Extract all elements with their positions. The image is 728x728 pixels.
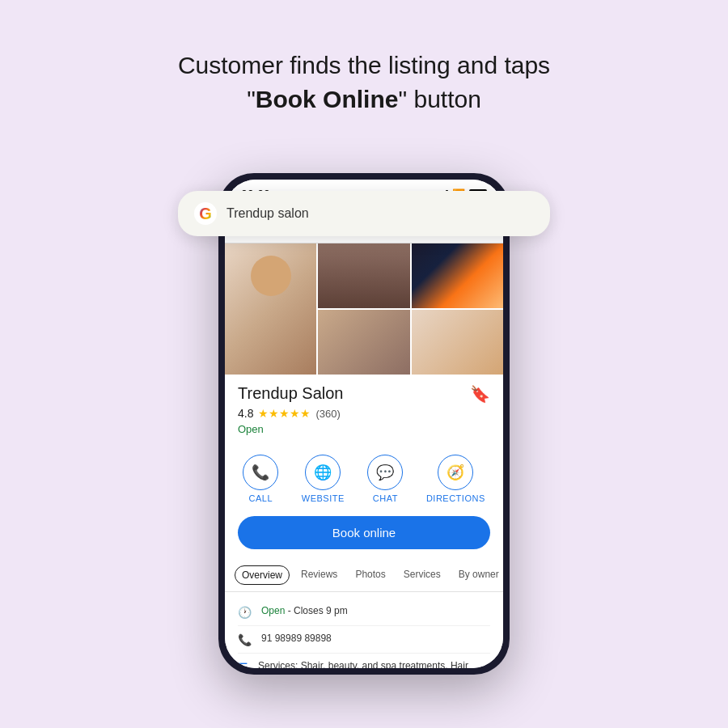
bookmark-icon[interactable]: 🔖 (470, 384, 490, 404)
photo-hair (318, 243, 409, 308)
detail-tab-reviews[interactable]: Reviews (294, 565, 344, 585)
business-listing: Trendup Salon 🔖 4.8 ★★★★★ (360) Open (225, 375, 503, 445)
phone-row: 📞 91 98989 89898 (238, 626, 490, 654)
hours-close-text: - Closes 9 pm (285, 605, 347, 616)
detail-tab-overview[interactable]: Overview (235, 565, 290, 585)
hours-text: Open - Closes 9 pm (261, 605, 348, 616)
photo-grid (225, 243, 503, 375)
open-status: Open (238, 423, 490, 435)
rating-row: 4.8 ★★★★★ (360) (238, 407, 490, 420)
phone-text: 91 98989 89898 (261, 633, 332, 644)
business-name: Trendup Salon (238, 384, 343, 403)
detail-tab-services[interactable]: Services (397, 565, 447, 585)
phone-frame: 06:00 📶 AI (218, 173, 510, 675)
headline-quote-open: " (247, 86, 256, 112)
chat-button[interactable]: 💬 CHAT (367, 455, 403, 503)
hours-row: 🕐 Open - Closes 9 pm (238, 599, 490, 626)
action-buttons-row: 📞 CALL 🌐 WEBSITE 💬 CHAT (225, 445, 503, 513)
detail-tab-photos[interactable]: Photos (349, 565, 392, 585)
headline-quote-close: " button (398, 86, 480, 112)
open-text: Open (261, 605, 285, 616)
clock-icon: 🕐 (238, 606, 252, 619)
services-description: Services: Shair, beauty, and spa treatme… (258, 660, 476, 668)
book-online-button[interactable]: Book online (238, 516, 490, 549)
detail-tab-byowner[interactable]: By owner (452, 565, 503, 585)
call-icon: 📞 (252, 463, 269, 481)
website-label: WEBSITE (302, 493, 345, 503)
detail-tabs: Overview Reviews Photos Services By owne… (225, 559, 503, 592)
website-icon: 🌐 (314, 463, 332, 481)
google-g-letter: G (199, 205, 212, 223)
website-button[interactable]: 🌐 WEBSITE (302, 455, 345, 503)
services-text: Services: Shair, beauty, and spa treatme… (258, 660, 490, 668)
call-icon-circle: 📞 (243, 455, 278, 490)
phone-number: 91 98989 89898 (261, 633, 332, 644)
directions-label: DIRECTIONS (426, 493, 485, 503)
call-label: CALL (249, 493, 273, 503)
search-query-text: Trendup salon (226, 206, 309, 221)
chat-icon-circle: 💬 (367, 455, 403, 490)
rating-number: 4.8 (238, 407, 253, 420)
review-count: (360) (315, 408, 340, 420)
photo-face2 (412, 310, 503, 375)
headline-bold: Book Online (256, 86, 399, 112)
google-logo: G (194, 202, 217, 225)
phone-mockup: G Trendup salon 06:00 📶 (194, 149, 534, 667)
directions-icon: 🧭 (447, 463, 464, 481)
services-icon: ☰ (238, 661, 248, 668)
call-button[interactable]: 📞 CALL (243, 455, 278, 503)
chat-label: CHAT (373, 493, 398, 503)
listing-header: Trendup Salon 🔖 (238, 384, 490, 404)
chat-icon: 💬 (376, 463, 394, 481)
directions-button[interactable]: 🧭 DIRECTIONS (426, 455, 485, 503)
screen-content: AI Maps Images Shopping Videos News (225, 210, 503, 668)
search-bar[interactable]: G Trendup salon (178, 191, 550, 236)
photo-spa (318, 310, 409, 375)
services-row: ☰ Services: Shair, beauty, and spa treat… (238, 654, 490, 668)
info-rows: 🕐 Open - Closes 9 pm 📞 91 98989 89898 ☰ (225, 592, 503, 668)
phone-icon: 📞 (238, 633, 252, 646)
headline-line1: Customer finds the listing and taps (178, 52, 550, 78)
star-rating: ★★★★★ (258, 407, 311, 420)
photo-orange (412, 243, 503, 308)
website-icon-circle: 🌐 (305, 455, 341, 490)
directions-icon-circle: 🧭 (438, 455, 473, 490)
phone-screen: 06:00 📶 AI (225, 180, 503, 668)
headline: Customer finds the listing and taps "Boo… (178, 49, 550, 116)
photo-face-large (225, 243, 316, 375)
